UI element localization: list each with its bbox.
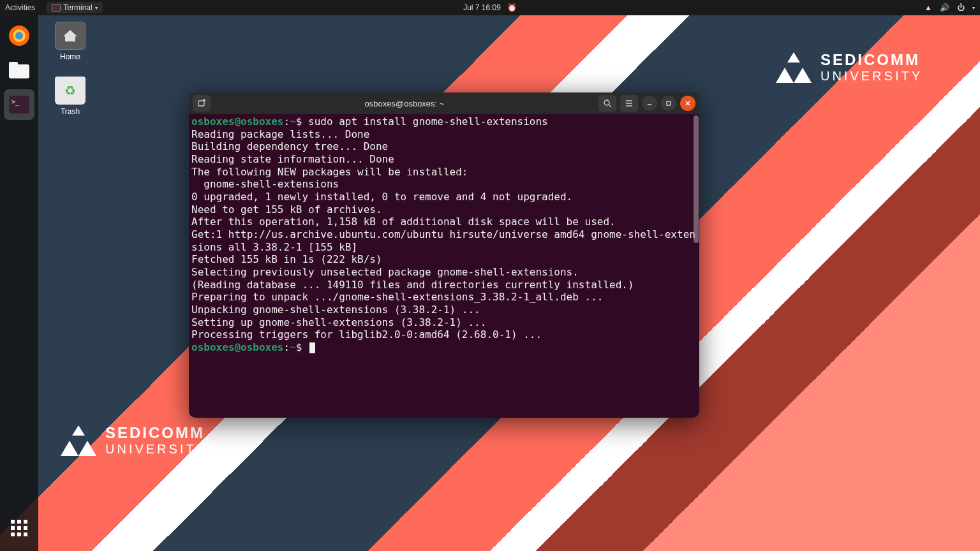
desktop-home[interactable]: Home	[48, 22, 93, 61]
desktop-trash[interactable]: ♻ Trash	[48, 77, 93, 116]
dock-files[interactable]	[4, 55, 34, 85]
activities-button[interactable]: Activities	[5, 3, 35, 12]
maximize-button[interactable]	[661, 96, 676, 111]
terminal-icon: >_	[8, 95, 30, 114]
home-icon	[62, 29, 78, 43]
logo-line1: SEDICOMM	[105, 424, 207, 442]
svg-point-8	[604, 100, 609, 105]
dock-terminal[interactable]: >_	[4, 89, 34, 120]
search-icon	[603, 99, 612, 108]
cursor	[309, 342, 315, 353]
app-grid-icon	[11, 520, 27, 536]
dock-firefox[interactable]	[4, 20, 34, 51]
clock[interactable]: Jul 7 16:09	[463, 3, 501, 12]
svg-rect-4	[9, 62, 18, 67]
close-button[interactable]	[680, 96, 695, 111]
menu-button[interactable]	[620, 95, 638, 112]
volume-icon[interactable]: 🔊	[940, 3, 949, 12]
app-menu-label: Terminal	[63, 3, 92, 12]
logo-line2: UNIVERSITY	[820, 69, 923, 84]
terminal-body[interactable]: osboxes@osboxes:~$ sudo apt install gnom…	[189, 114, 699, 418]
app-menu[interactable]: Terminal ▾	[47, 2, 102, 13]
desktop-label: Trash	[48, 107, 93, 116]
search-button[interactable]	[598, 95, 616, 112]
hamburger-icon	[625, 99, 634, 108]
new-tab-button[interactable]	[193, 95, 211, 112]
gnome-topbar: Activities Terminal ▾ Jul 7 16:09 ⏰ ▲ 🔊 …	[0, 0, 980, 15]
dock-app-grid[interactable]	[4, 513, 34, 543]
minimize-button[interactable]	[642, 96, 657, 111]
logo-icon	[61, 425, 96, 456]
logo-top-right: SEDICOMM UNIVERSITY	[776, 51, 923, 84]
recycle-icon: ♻	[64, 83, 76, 98]
logo-bottom-left: SEDICOMM UNIVERSITY	[61, 424, 207, 457]
notification-icon[interactable]: ⏰	[507, 3, 517, 12]
logo-icon	[776, 52, 812, 83]
chevron-down-icon: ▾	[95, 5, 98, 11]
svg-rect-14	[667, 101, 671, 105]
terminal-window: osboxes@osboxes: ~	[189, 92, 699, 418]
desktop-label: Home	[48, 52, 93, 61]
maximize-icon	[665, 100, 672, 107]
chevron-down-icon: ▾	[972, 5, 975, 11]
files-icon	[8, 61, 30, 80]
svg-line-9	[609, 105, 611, 107]
scrollbar[interactable]	[694, 115, 699, 243]
dock: >_	[0, 15, 38, 551]
network-icon[interactable]: ▲	[924, 3, 932, 12]
firefox-icon	[8, 24, 31, 47]
titlebar[interactable]: osboxes@osboxes: ~	[189, 92, 699, 114]
logo-line1: SEDICOMM	[820, 51, 923, 69]
power-icon[interactable]: ⏻	[957, 3, 965, 12]
terminal-mini-icon	[52, 4, 61, 11]
window-title: osboxes@osboxes: ~	[214, 99, 595, 108]
minimize-icon	[646, 100, 653, 107]
svg-point-2	[15, 32, 23, 40]
close-icon	[685, 100, 691, 107]
svg-text:>_: >_	[11, 98, 20, 106]
terminal-output: osboxes@osboxes:~$ sudo apt install gnom…	[191, 115, 697, 354]
logo-line2: UNIVERSITY	[105, 442, 207, 457]
svg-rect-7	[198, 101, 204, 106]
new-tab-icon	[197, 99, 206, 108]
